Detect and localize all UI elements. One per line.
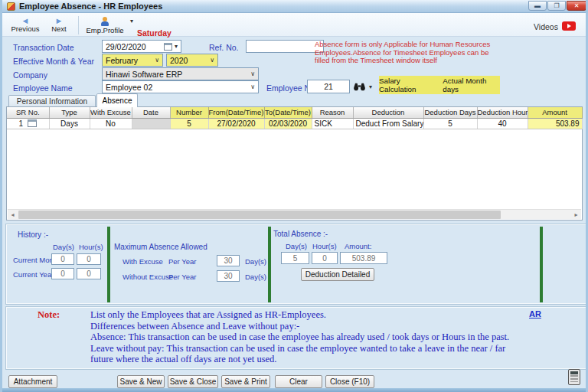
cell-sr-no[interactable]: 1: [7, 118, 49, 129]
scroll-left-icon[interactable]: ◂: [8, 210, 18, 219]
total-hours-input[interactable]: [312, 252, 338, 264]
toolbar-separator: [78, 16, 79, 34]
maximize-button[interactable]: ❐: [547, 1, 566, 11]
actual-month-days-label: Actual Month days: [443, 77, 500, 93]
without-excuse-label: Without Excuse: [122, 273, 173, 281]
attachment-button[interactable]: Attachment: [8, 375, 57, 388]
total-days-header: Day(s): [286, 242, 307, 250]
col-header-from: From(Date/Time): [208, 107, 264, 118]
employee-no-input[interactable]: [307, 80, 350, 93]
company-label: Company: [13, 70, 47, 80]
total-amount-input[interactable]: [340, 252, 387, 264]
save-print-button[interactable]: Save & Print: [221, 375, 270, 388]
with-excuse-label: With Excuse: [122, 257, 163, 266]
col-header-reason: Reason: [312, 107, 353, 118]
employee-name-select[interactable]: Employee 02 ∨: [102, 80, 259, 93]
grid-header-row: SR No. Type With Excuse Date Number From…: [7, 107, 582, 118]
max-absence-title: Maximum Absence Allowed: [114, 243, 207, 251]
cell-deduction-hours[interactable]: 40: [477, 118, 528, 129]
emp-profile-dropdown-icon[interactable]: ▾: [130, 18, 133, 24]
col-header-type: Type: [49, 107, 90, 118]
cell-deduction-days[interactable]: 5: [423, 118, 477, 129]
deduction-detailed-button[interactable]: Deduction Detailed: [301, 268, 374, 281]
cell-amount[interactable]: 503.89: [528, 118, 582, 129]
without-excuse-input[interactable]: [217, 270, 240, 282]
green-divider: [268, 227, 271, 302]
scroll-right-icon[interactable]: ▸: [571, 210, 581, 219]
horizontal-scrollbar[interactable]: ◂ ▸: [8, 209, 581, 219]
cell-from[interactable]: 27/02/2020: [208, 118, 264, 129]
cell-with-excuse[interactable]: No: [90, 118, 132, 129]
green-divider: [540, 227, 543, 302]
absence-grid: SR No. Type With Excuse Date Number From…: [6, 106, 583, 220]
col-header-deduction-days: Deduction Days: [423, 107, 477, 118]
cell-type[interactable]: Days: [49, 118, 90, 129]
col-header-deduction-hours: Deduction Hours: [477, 107, 528, 118]
effective-month-select[interactable]: February ∨: [102, 54, 163, 67]
save-new-button[interactable]: Save & New: [117, 375, 165, 388]
cell-to[interactable]: 02/03/2020: [264, 118, 312, 129]
window-bottom-edge: [0, 388, 588, 392]
with-excuse-period: Per Year: [168, 257, 196, 266]
transaction-date-label: Transaction Date: [13, 43, 74, 52]
current-year-label: Current Year: [13, 270, 54, 279]
with-excuse-input[interactable]: [217, 255, 240, 266]
chevron-down-icon: ∨: [155, 57, 159, 64]
cell-number[interactable]: 5: [170, 118, 208, 129]
search-dropdown-icon[interactable]: ▾: [369, 84, 372, 90]
ar-language-link[interactable]: AR: [529, 309, 541, 318]
col-header-date: Date: [132, 107, 170, 118]
row-calendar-icon[interactable]: [28, 119, 37, 127]
salary-calculation-label: Salary Calculation: [379, 77, 435, 93]
history-hours-header: Hour(s): [79, 243, 103, 251]
tab-absence[interactable]: Absence: [96, 93, 138, 107]
note-line: Leave without pay: This transaction can …: [90, 343, 528, 365]
date-dropdown-icon[interactable]: ▾: [175, 44, 178, 50]
tab-personal-information[interactable]: Personal Information: [8, 95, 96, 106]
history-title: History :-: [18, 230, 48, 239]
employee-name-label: Employee Name: [13, 83, 73, 93]
without-excuse-period: Per Year: [168, 273, 196, 281]
close-icon[interactable]: ✕: [567, 1, 586, 11]
cell-date[interactable]: [132, 118, 170, 129]
emp-profile-button[interactable]: Emp.Profile: [82, 15, 128, 36]
effective-month-year-label: Effective Month & Year: [13, 57, 94, 66]
note-line: Differences between Absence and Leave wi…: [90, 321, 528, 332]
clear-button[interactable]: Clear: [275, 375, 322, 388]
binoculars-search-icon[interactable]: [353, 80, 366, 94]
scrollbar-thumb[interactable]: [18, 211, 501, 219]
col-header-to: To(Date/Time): [264, 107, 312, 118]
with-excuse-unit: Day(s): [245, 257, 266, 266]
hr-absence-notice: Absence form is only Applicable for Huma…: [315, 41, 495, 65]
company-select[interactable]: Hinawi Software ERP ∨: [102, 67, 259, 80]
close-button[interactable]: Close (F10): [325, 375, 374, 388]
ref-no-input[interactable]: [246, 40, 324, 53]
previous-button[interactable]: ◄ Previous: [8, 15, 42, 36]
chevron-down-icon: ∨: [250, 71, 255, 77]
effective-year-select[interactable]: 2020 ∨: [166, 54, 218, 67]
minimize-button[interactable]: ▬: [528, 1, 547, 11]
cell-reason[interactable]: SICK: [312, 118, 353, 129]
transaction-date-field[interactable]: 29/02/2020 ▾: [102, 40, 181, 53]
next-button[interactable]: ► Next: [44, 15, 74, 36]
col-header-deduction: Deduction: [353, 107, 423, 118]
note-line: Absence: This transaction can be used in…: [90, 332, 528, 343]
calculator-icon[interactable]: [568, 369, 580, 385]
history-days-header: Day(s): [53, 243, 74, 251]
table-row: 1 Days No 5 27/02/2020 02/03/2020 SICK D…: [7, 118, 582, 129]
current-year-days-input[interactable]: [51, 268, 74, 279]
save-close-button[interactable]: Save & Close: [168, 375, 218, 388]
cell-deduction[interactable]: Deduct From Salary: [353, 118, 423, 129]
current-month-days-input[interactable]: [51, 253, 74, 265]
current-month-hours-input[interactable]: [77, 253, 101, 265]
salary-calculation-banner: Salary Calculation Actual Month days: [379, 76, 500, 94]
total-days-input[interactable]: [281, 252, 309, 264]
youtube-icon[interactable]: [562, 21, 576, 31]
col-header-sr-no: SR No.: [7, 107, 49, 118]
total-amount-header: Amount:: [345, 242, 371, 250]
person-icon: [100, 17, 109, 26]
window-title: Employee Absence - HR Employees: [19, 2, 162, 11]
chevron-down-icon: ∨: [250, 84, 255, 90]
current-year-hours-input[interactable]: [77, 268, 101, 279]
calendar-icon[interactable]: [164, 43, 172, 51]
